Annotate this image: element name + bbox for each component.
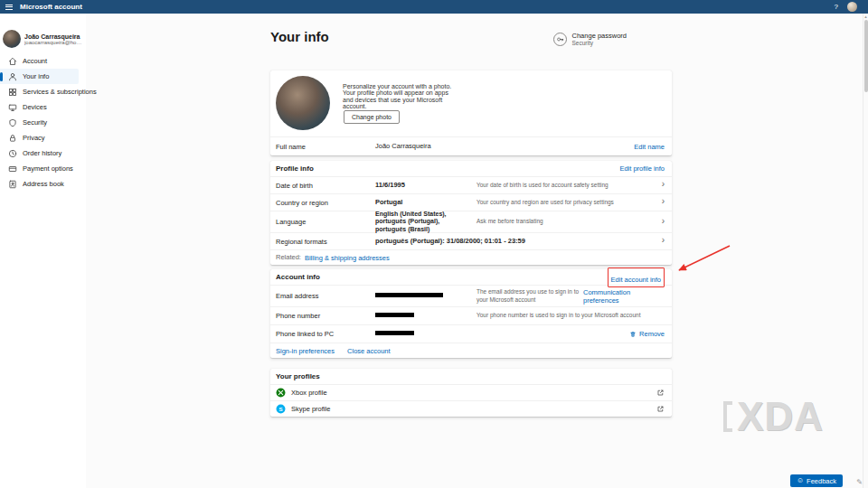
header-actions: ? xyxy=(835,2,859,12)
feedback-button[interactable]: ☺ Feedback xyxy=(790,474,843,487)
billing-shipping-link[interactable]: Billing & shipping addresses xyxy=(305,254,390,262)
sidebar-item-label: Security xyxy=(23,118,47,127)
email-address-row: Email address The email address you use … xyxy=(270,285,672,306)
redacted-linked-phone-value xyxy=(375,331,414,335)
country-region-row[interactable]: Country or region Portugal Your country … xyxy=(270,193,672,211)
xbox-profile-row[interactable]: Xbox profile xyxy=(270,384,672,400)
row-note: Your phone number is used to sign in to … xyxy=(476,312,641,319)
language-row[interactable]: Language English (United States), portug… xyxy=(270,211,672,232)
sidebar-item-security[interactable]: Security xyxy=(0,115,79,130)
sidebar: João Carrasqueira joaocarrasqueira@hotma… xyxy=(0,14,86,488)
annotation-highlight-box: Edit account info xyxy=(608,267,665,287)
scrollbar-thumb[interactable] xyxy=(864,20,868,92)
profile-info-title: Profile info xyxy=(276,164,314,173)
sidebar-item-privacy[interactable]: Privacy xyxy=(0,130,79,145)
change-photo-button[interactable]: Change photo xyxy=(344,110,400,124)
full-name-label: Full name xyxy=(276,143,375,151)
sidebar-item-label: Privacy xyxy=(23,134,45,142)
photo-card: Personalize your account with a photo. Y… xyxy=(270,70,672,155)
credit-card-icon xyxy=(8,164,17,174)
account-info-card: Account info Edit account info Email add… xyxy=(270,269,672,358)
page-title: Your info xyxy=(270,29,329,44)
sidebar-item-account[interactable]: Account xyxy=(0,53,79,69)
sidebar-item-label: Your info xyxy=(23,72,49,80)
sidebar-item-order-history[interactable]: Order history xyxy=(0,145,79,161)
devices-icon xyxy=(8,103,17,112)
row-value xyxy=(375,312,476,320)
annotation-arrow xyxy=(665,240,735,280)
row-label: Date of birth xyxy=(276,182,375,190)
regional-formats-row[interactable]: Regional formats português (Portugal): 3… xyxy=(270,232,672,249)
your-profiles-title: Your profiles xyxy=(276,372,320,380)
edit-account-info-link[interactable]: Edit account info xyxy=(611,276,661,284)
home-icon xyxy=(8,57,17,66)
sign-in-preferences-link[interactable]: Sign-in preferences xyxy=(276,347,335,355)
user-name: João Carrasqueira xyxy=(24,33,82,40)
account-footer-links: Sign-in preferences Close account xyxy=(270,343,672,358)
change-password-subtitle: Security xyxy=(572,40,627,46)
person-icon xyxy=(8,72,17,81)
your-profiles-card: Your profiles Xbox profile S Skype profi… xyxy=(270,369,672,417)
row-label: Language xyxy=(276,218,375,226)
scrollbar[interactable]: ▴ xyxy=(863,14,868,488)
remove-link[interactable]: Remove xyxy=(639,330,665,338)
edit-name-link[interactable]: Edit name xyxy=(634,143,665,151)
help-icon[interactable]: ? xyxy=(835,3,838,11)
change-password-link[interactable]: Change password Security xyxy=(553,32,627,46)
app-title: Microsoft account xyxy=(20,3,82,11)
chevron-right-icon: › xyxy=(662,197,665,208)
profile-info-header: Profile info Edit profile info xyxy=(270,161,672,176)
scrollbar-up-arrow[interactable]: ▴ xyxy=(863,14,868,19)
sidebar-nav: Account Your info Services & subscriptio… xyxy=(0,53,86,192)
full-name-row: Full name João Carrasqueira Edit name xyxy=(270,136,672,155)
trash-icon xyxy=(629,331,637,338)
chevron-right-icon: › xyxy=(662,217,665,228)
communication-preferences-link[interactable]: Communication preferences xyxy=(583,288,665,305)
row-note: The email address you use to sign in to … xyxy=(476,288,583,303)
profile-label: Xbox profile xyxy=(291,389,327,397)
redacted-email-value xyxy=(375,293,443,297)
row-value: English (United States), português (Port… xyxy=(375,211,476,232)
row-label: Regional formats xyxy=(276,238,375,246)
user-avatar xyxy=(3,30,21,48)
account-info-title: Account info xyxy=(276,273,320,281)
row-value: português (Portugal): 31/08/2000; 01:01 … xyxy=(375,238,533,246)
menu-icon[interactable] xyxy=(5,5,13,10)
sidebar-item-devices[interactable]: Devices xyxy=(0,99,79,115)
external-link-icon xyxy=(656,389,665,397)
sidebar-item-address-book[interactable]: Address book xyxy=(0,176,79,192)
top-header: Microsoft account ? xyxy=(0,0,868,14)
header-avatar[interactable] xyxy=(847,2,857,12)
sidebar-item-your-info[interactable]: Your info xyxy=(0,69,79,84)
row-value: 11/6/1995 xyxy=(375,182,476,190)
edit-profile-info-link[interactable]: Edit profile info xyxy=(619,164,665,173)
row-value xyxy=(375,292,476,300)
photo-description: Personalize your account with a photo. Y… xyxy=(343,83,457,109)
sidebar-item-label: Payment options xyxy=(23,164,73,173)
watermark-text: XDA xyxy=(737,394,824,439)
related-label: Related: xyxy=(276,253,301,261)
sidebar-item-label: Order history xyxy=(23,149,61,157)
smiley-icon: ☺ xyxy=(797,477,804,484)
close-account-link[interactable]: Close account xyxy=(347,347,391,355)
phone-linked-pc-row: Phone linked to PC Remove xyxy=(270,324,672,343)
user-email: joaocarrasqueira@hotmail.c... xyxy=(24,40,82,45)
row-label: Phone number xyxy=(276,312,375,320)
profile-photo[interactable] xyxy=(276,76,330,130)
contact-book-icon xyxy=(8,180,17,189)
xda-watermark: XDA xyxy=(723,394,824,439)
microsoft-account-page: Microsoft account ? João Carrasqueira jo… xyxy=(0,0,868,488)
sidebar-item-services[interactable]: Services & subscriptions xyxy=(0,84,79,99)
row-note: Your country and region are used for pri… xyxy=(476,199,614,206)
sidebar-item-payment-options[interactable]: Payment options xyxy=(0,161,79,176)
lock-icon xyxy=(8,134,17,143)
phone-number-row: Phone number Your phone number is used t… xyxy=(270,306,672,324)
sidebar-item-label: Devices xyxy=(23,103,47,111)
row-value xyxy=(375,330,476,338)
remove-action[interactable]: Remove xyxy=(629,330,665,338)
redacted-phone-value xyxy=(375,313,414,317)
date-of-birth-row[interactable]: Date of birth 11/6/1995 Your date of bir… xyxy=(270,176,672,193)
skype-profile-row[interactable]: S Skype profile xyxy=(270,400,672,417)
feedback-label: Feedback xyxy=(807,477,836,485)
row-note: Ask me before translating xyxy=(476,218,543,225)
